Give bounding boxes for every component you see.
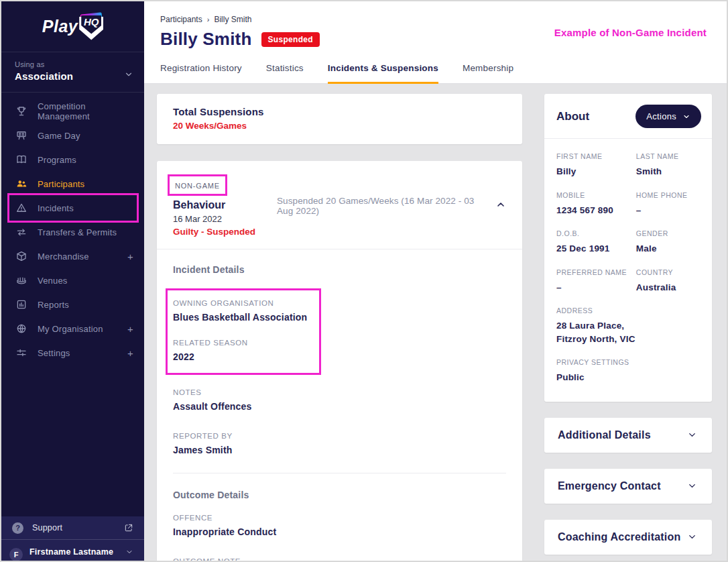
sidebar-item-incidents[interactable]: Incidents [1, 196, 144, 220]
incident-type: Behaviour [173, 199, 255, 211]
incident-category: NON-GAME [175, 182, 220, 190]
tab-membership[interactable]: Membership [463, 63, 513, 83]
transfer-arrows-icon [15, 226, 27, 239]
incident-summary-row[interactable]: NON-GAME Behaviour 16 Mar 2022 Guilty - … [173, 174, 506, 237]
sidebar-item-participants[interactable]: Participants [1, 172, 144, 196]
user-name: Firstname Lastname [29, 547, 113, 557]
total-suspensions-card: Total Suspensions 20 Weeks/Games [157, 94, 522, 144]
field-preferred-name: PREFERRED NAME – [556, 268, 636, 294]
sidebar-item-label: Game Day [38, 131, 80, 141]
sidebar-item-label: My Organisation [38, 324, 103, 334]
sidebar-item-label: Reports [38, 300, 69, 310]
trophy-icon [15, 105, 27, 118]
warning-triangle-icon [15, 202, 27, 215]
support-link[interactable]: Support [1, 516, 144, 539]
annotation-box-org-season: OWNING ORGANISATION Blues Basketball Ass… [166, 288, 321, 375]
field-owning-organisation: OWNING ORGANISATION Blues Basketball Ass… [173, 299, 307, 323]
sidebar-item-settings[interactable]: Settings + [1, 341, 144, 365]
globe-icon [15, 323, 27, 335]
actions-button-label: Actions [646, 111, 676, 121]
tab-statistics[interactable]: Statistics [266, 63, 304, 83]
panel-title: Additional Details [558, 429, 651, 441]
sidebar-item-label: Participants [38, 179, 84, 189]
app-window: Play HQ Using as Association Competition… [0, 0, 728, 562]
expand-plus-icon[interactable]: + [127, 251, 133, 262]
using-as-label: Using as [15, 60, 131, 68]
logo-shield-icon: HQ [79, 13, 103, 40]
field-last-name: LAST NAME Smith [636, 152, 701, 178]
field-home-phone: HOME PHONE – [636, 191, 701, 217]
sidebar: Play HQ Using as Association Competition… [1, 1, 144, 561]
panel-title: Emergency Contact [558, 480, 661, 492]
expand-plus-icon[interactable]: + [127, 323, 133, 335]
sidebar-item-reports[interactable]: Reports [1, 292, 144, 317]
help-icon [12, 522, 23, 534]
field-reported-by: REPORTED BY James Smith [173, 432, 506, 455]
chevron-down-icon [687, 532, 697, 542]
breadcrumb-participants[interactable]: Participants [160, 15, 202, 24]
playhq-logo-inner: Play HQ [42, 13, 103, 40]
total-suspensions-value: 20 Weeks/Games [173, 121, 506, 131]
sidebar-item-merchandise[interactable]: Merchandise + [1, 244, 144, 268]
page-header: Participants › Billy Smith Billy Smith S… [144, 1, 727, 50]
sidebar-item-programs[interactable]: Programs [1, 148, 144, 172]
field-dob: D.O.B. 25 Dec 1991 [556, 229, 636, 256]
field-label: OWNING ORGANISATION [173, 299, 307, 307]
collapse-toggle[interactable] [495, 199, 506, 213]
chevron-up-icon [495, 199, 506, 210]
chevron-down-icon [124, 70, 133, 82]
content: Total Suspensions 20 Weeks/Games NON-GAM… [144, 84, 727, 561]
about-fields: FIRST NAME Billy LAST NAME Smith MOBILE … [556, 152, 701, 384]
tab-registration-history[interactable]: Registration History [160, 63, 242, 83]
field-outcome-note: OUTCOME NOTE Player Suspended [173, 557, 506, 561]
tenant-switcher[interactable]: Using as Association [1, 52, 144, 93]
sliders-icon [15, 347, 27, 359]
tenant-name: Association [15, 70, 131, 82]
tab-incidents-suspensions[interactable]: Incidents & Suspensions [328, 63, 438, 84]
total-suspensions-title: Total Suspensions [173, 106, 506, 117]
field-label: REPORTED BY [173, 432, 506, 440]
emergency-contact-panel[interactable]: Emergency Contact [544, 469, 712, 504]
field-label: OUTCOME NOTE [173, 557, 506, 561]
incident-verdict: Guilty - Suspended [173, 227, 255, 237]
field-value: James Smith [173, 445, 506, 455]
panel-title: Coaching Accreditation [558, 531, 680, 543]
additional-details-panel[interactable]: Additional Details [544, 418, 712, 453]
logo-play-text: Play [42, 17, 78, 36]
package-icon [15, 250, 27, 263]
field-label: NOTES [173, 388, 506, 396]
actions-button[interactable]: Actions [635, 105, 701, 128]
breadcrumb-separator-icon: › [207, 15, 210, 23]
sidebar-item-label: Venues [38, 276, 68, 286]
incident-summary-text: Suspended 20 Games/Weeks (16 Mar 2022 - … [255, 196, 495, 216]
field-related-season: RELATED SEASON 2022 [173, 339, 307, 362]
incident-meta: NON-GAME Behaviour 16 Mar 2022 Guilty - … [173, 174, 255, 237]
annotation-header-note: Example of Non-Game Incident [554, 27, 707, 38]
expand-plus-icon[interactable]: + [127, 347, 133, 359]
breadcrumb-current: Billy Smith [214, 15, 251, 24]
chevron-down-icon [687, 430, 697, 440]
sidebar-item-venues[interactable]: Venues [1, 268, 144, 292]
incident-card: NON-GAME Behaviour 16 Mar 2022 Guilty - … [157, 161, 522, 561]
chevron-down-icon [687, 481, 697, 491]
divider [157, 249, 522, 249]
playhq-logo[interactable]: Play HQ [1, 1, 144, 52]
field-privacy-settings: PRIVACY SETTINGS Public [556, 358, 701, 384]
sidebar-item-competition-management[interactable]: Competition Management [1, 99, 144, 123]
field-country: COUNTRY Australia [636, 268, 701, 294]
chevron-down-icon [125, 548, 133, 556]
sidebar-item-label: Merchandise [38, 251, 89, 262]
stadium-icon [15, 274, 27, 287]
book-icon [15, 154, 27, 166]
field-value: Blues Basketball Association [173, 312, 307, 323]
sidebar-item-game-day[interactable]: Game Day [1, 123, 144, 148]
sidebar-item-my-organisation[interactable]: My Organisation + [1, 317, 144, 341]
sidebar-footer: Support F Firstname Lastname [1, 516, 144, 561]
sidebar-item-transfers-permits[interactable]: Transfers & Permits [1, 220, 144, 244]
divider [544, 138, 712, 139]
coaching-accreditation-panel[interactable]: Coaching Accreditation [544, 520, 712, 555]
user-menu[interactable]: F Firstname Lastname [1, 539, 144, 561]
outcome-details-heading: Outcome Details [173, 490, 506, 500]
breadcrumb: Participants › Billy Smith [160, 15, 727, 24]
field-label: RELATED SEASON [173, 339, 307, 347]
